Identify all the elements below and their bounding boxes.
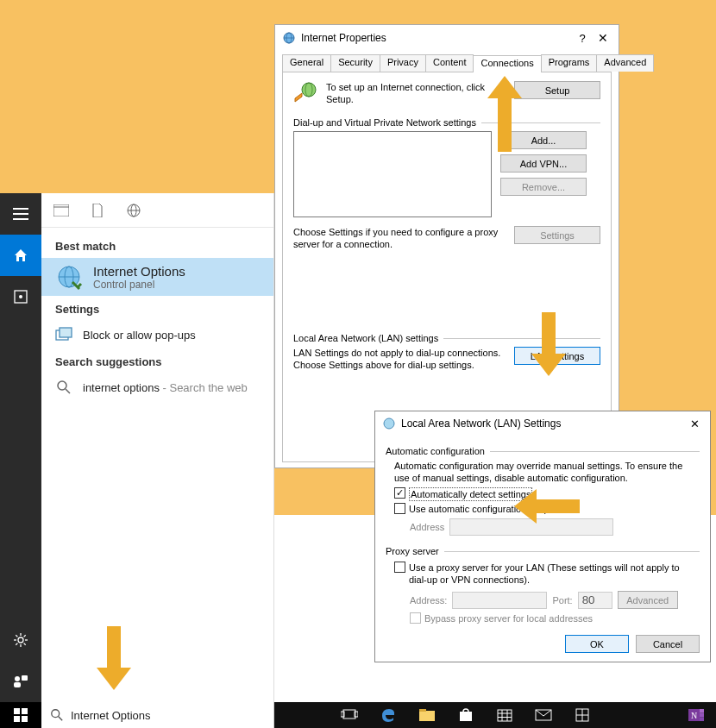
svg-line-19	[24, 635, 26, 637]
tab-privacy[interactable]: Privacy	[380, 54, 426, 72]
address-input[interactable]	[449, 518, 613, 536]
feedback-icon[interactable]	[0, 661, 41, 702]
useproxy-checkbox[interactable]	[394, 562, 405, 573]
autodetect-label[interactable]: Automatically detect settings	[409, 487, 532, 501]
svg-point-20	[15, 676, 20, 681]
svg-text:N: N	[690, 711, 696, 720]
remove-button[interactable]: Remove...	[500, 178, 587, 196]
svg-rect-32	[60, 328, 72, 337]
svg-rect-60	[700, 717, 704, 721]
onenote-icon[interactable]: N	[677, 702, 716, 728]
lan-desc-text: LAN Settings do not apply to dial-up con…	[293, 347, 506, 371]
lan-close-button[interactable]: ✕	[684, 417, 705, 430]
lan-section-label: Local Area Network (LAN) settings	[293, 333, 600, 343]
result-search-web[interactable]: internet options - Search the web	[41, 373, 273, 401]
calendar-icon[interactable]	[485, 702, 524, 728]
suggestion-hint: - Search the web	[160, 381, 248, 394]
tab-content[interactable]: Content	[425, 54, 474, 72]
help-button[interactable]: ?	[572, 32, 593, 45]
add-vpn-button[interactable]: Add VPN...	[500, 154, 587, 173]
popups-label: Block or allow pop-ups	[83, 329, 196, 342]
usescript-checkbox[interactable]	[394, 503, 405, 514]
panel-top-icons	[41, 193, 273, 228]
svg-rect-22	[22, 675, 28, 681]
lan-icon	[382, 417, 396, 430]
web-icon[interactable]	[126, 203, 141, 218]
tab-advanced[interactable]: Advanced	[596, 54, 654, 72]
setup-button[interactable]: Setup	[514, 81, 600, 99]
add-button[interactable]: Add...	[500, 131, 587, 149]
useproxy-label[interactable]: Use a proxy server for your LAN (These s…	[409, 562, 685, 586]
svg-point-39	[52, 710, 60, 718]
svg-rect-46	[460, 712, 472, 721]
dialup-listbox[interactable]	[293, 131, 492, 217]
search-icon	[50, 708, 64, 722]
start-button[interactable]	[0, 702, 41, 728]
svg-rect-38	[22, 716, 28, 722]
search-text: Internet Options	[71, 709, 151, 722]
lan-title-text: Local Area Network (LAN) Settings	[401, 417, 684, 430]
explorer-icon[interactable]	[407, 702, 446, 728]
result-title: Internet Options	[93, 264, 185, 279]
start-rail	[0, 193, 41, 702]
proxy-port-label: Port:	[552, 595, 572, 606]
result-block-popups[interactable]: Block or allow pop-ups	[41, 321, 273, 348]
tab-panel-connections: To set up an Internet connection, click …	[282, 72, 612, 462]
edge-icon[interactable]	[368, 702, 407, 728]
svg-rect-8	[13, 218, 28, 220]
svg-rect-41	[343, 710, 355, 719]
settings-button[interactable]: Settings	[514, 226, 600, 244]
titlebar[interactable]: Internet Properties ? ✕	[275, 25, 619, 51]
settings-icon[interactable]	[0, 619, 41, 661]
svg-line-34	[66, 389, 70, 393]
taskbar: Internet Options N	[0, 702, 716, 728]
svg-point-11	[18, 637, 23, 643]
apps-icon[interactable]	[0, 276, 41, 317]
svg-rect-6	[13, 208, 28, 210]
usescript-label[interactable]: Use automatic configuration script	[409, 503, 552, 515]
tab-security[interactable]: Security	[330, 54, 380, 72]
home-icon[interactable]	[0, 235, 41, 276]
result-internet-options[interactable]: Internet Options Control panel	[41, 258, 273, 296]
autodetect-checkbox[interactable]	[394, 487, 405, 499]
app-icon[interactable]	[562, 702, 601, 728]
advanced-button[interactable]: Advanced	[618, 591, 678, 609]
svg-line-16	[16, 635, 17, 637]
svg-rect-36	[22, 708, 28, 714]
mail-icon[interactable]	[524, 702, 562, 728]
settings-header: Settings	[41, 296, 273, 321]
task-view-icon[interactable]	[330, 702, 368, 728]
svg-point-10	[19, 295, 22, 298]
hamburger-icon[interactable]	[0, 193, 41, 235]
taskbar-search[interactable]: Internet Options	[41, 702, 274, 728]
svg-line-17	[24, 643, 26, 645]
svg-point-5	[384, 418, 394, 429]
svg-line-18	[16, 643, 17, 645]
tabs: General Security Privacy Content Connect…	[282, 54, 612, 72]
tab-connections[interactable]: Connections	[473, 55, 541, 72]
proxy-port-input[interactable]	[578, 592, 612, 609]
svg-rect-37	[14, 716, 20, 722]
window-icon[interactable]	[53, 203, 69, 218]
lan-settings-button[interactable]: LAN settings	[514, 347, 600, 365]
bypass-checkbox[interactable]	[410, 612, 421, 624]
address-label: Address	[410, 522, 444, 532]
title-text: Internet Properties	[301, 32, 572, 44]
store-icon[interactable]	[446, 702, 485, 728]
tab-general[interactable]: General	[282, 54, 331, 72]
lan-titlebar[interactable]: Local Area Network (LAN) Settings ✕	[375, 411, 710, 436]
cancel-button[interactable]: Cancel	[636, 635, 700, 653]
proxy-group-label: Proxy server	[386, 546, 700, 556]
tab-programs[interactable]: Programs	[541, 54, 598, 72]
internet-properties-dialog: Internet Properties ? ✕ General Security…	[274, 24, 619, 468]
bypass-label[interactable]: Bypass proxy server for local addresses	[424, 612, 593, 624]
suggestion-text: internet options	[83, 381, 160, 394]
proxy-address-input[interactable]	[452, 592, 547, 609]
svg-point-33	[58, 381, 66, 390]
autoconf-group-label: Automatic configuration	[386, 446, 700, 456]
result-subtitle: Control panel	[93, 279, 185, 291]
document-icon[interactable]	[90, 203, 105, 218]
close-button[interactable]: ✕	[593, 31, 613, 45]
search-icon	[55, 379, 72, 396]
ok-button[interactable]: OK	[565, 635, 629, 653]
